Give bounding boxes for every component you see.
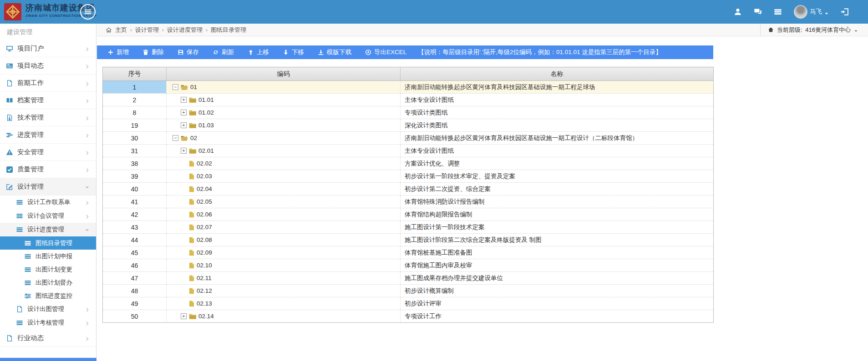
table-row[interactable]: 4802.12初步设计概算编制 (103, 285, 714, 297)
expand-node-icon[interactable]: + (181, 148, 187, 154)
table-row[interactable]: 4002.04初步设计第二次提资、综合定案 (103, 183, 714, 196)
sidebar-item-drawing-progress-monitor[interactable]: 图纸进度监控 (0, 289, 96, 302)
tasks-list-icon[interactable] (774, 8, 782, 16)
template-download-button[interactable]: 模版下载 (311, 45, 358, 59)
building-icon (768, 27, 774, 33)
toolbar-button-label: 刷新 (222, 48, 234, 56)
table-row[interactable]: 3802.02方案设计优化、调整 (103, 157, 714, 170)
table-row[interactable]: 4602.10体育馆施工图内审及校审 (103, 259, 714, 272)
toolbar-button-label: 删除 (152, 48, 164, 56)
file-icon (189, 275, 194, 281)
move-up-button[interactable]: 上移 (241, 45, 276, 59)
sidebar-item-design-meeting[interactable]: 设计会议管理 (0, 209, 96, 223)
breadcrumb-item[interactable]: 设计管理 (135, 26, 159, 34)
sidebar-item-plan-declare[interactable]: 出图计划申报 (0, 250, 96, 263)
sidebar-item-design[interactable]: 设计管理 (0, 178, 96, 196)
table-row[interactable]: 4102.05体育馆特殊消防设计报告编制 (103, 196, 714, 208)
arrow-down-icon (283, 49, 289, 55)
messages-icon[interactable] (754, 8, 762, 16)
breadcrumb-item[interactable]: 主页 (115, 26, 127, 34)
sidebar-item-quality[interactable]: 质量管理 (0, 161, 96, 178)
table-row[interactable]: 3902.03初步设计第一阶段技术审定、提资及定案 (103, 170, 714, 183)
table-row[interactable]: 4402.08施工图设计阶段第二次综合定案及终版提资及 制图 (103, 234, 714, 246)
sidebar-item-industry-news[interactable]: 行业动态 (0, 330, 96, 347)
current-level-label: 当前层级: (777, 26, 802, 34)
sidebar-item-archives[interactable]: 档案管理 (0, 92, 96, 109)
row-seq: 2 (103, 94, 167, 106)
sidebar-item-design-progress[interactable]: 设计进度管理 (0, 223, 96, 236)
chevron-right-icon (85, 46, 90, 51)
collapse-node-icon[interactable]: − (173, 135, 178, 141)
sidebar-item-schedule[interactable]: 进度管理 (0, 126, 96, 144)
expand-node-icon[interactable]: + (181, 97, 187, 103)
sidebar-item-project-portal[interactable]: 项目门户 (0, 40, 96, 57)
row-name: 深化设计类图纸 (401, 119, 714, 132)
sidebar-item-label: 档案管理 (17, 96, 44, 105)
table-row[interactable]: 2+01.01主体专业设计图纸 (103, 94, 714, 106)
table-row[interactable]: 8+01.02专项设计类图纸 (103, 106, 714, 119)
row-name: 济南新旧动能转换起步区黄河体育及科技园区基础设施一期工程足球场 (401, 81, 714, 94)
folder-icon (189, 313, 196, 320)
sidebar-item-design-assessment[interactable]: 设计考核管理 (0, 316, 96, 330)
sidebar-item-label: 质量管理 (17, 165, 44, 174)
sidebar-item-plan-change[interactable]: 出图计划变更 (0, 263, 96, 276)
expand-node-icon[interactable]: + (181, 313, 187, 319)
table-row[interactable]: 4302.07施工图设计第一阶段技术定案 (103, 221, 714, 234)
sidebar-item-safety[interactable]: 安全管理 (0, 144, 96, 161)
logout-icon[interactable] (841, 8, 849, 16)
sidebar-item-plan-supervise[interactable]: 出图计划督办 (0, 276, 96, 289)
sidebar-item-design-contact-sheet[interactable]: 设计工作联系单 (0, 196, 96, 209)
sidebar-toggle-button[interactable] (80, 4, 96, 20)
sidebar-item-label: 技术管理 (17, 113, 44, 122)
folder-open-icon (181, 84, 188, 90)
sidebar-item-label: 安全管理 (17, 148, 44, 156)
table-row[interactable]: 30−02济南新旧动能转换起步区黄河体育及科技园区基础设施一期工程设计（二标段体… (103, 132, 714, 145)
bars-icon (6, 131, 13, 139)
table-row[interactable]: 4502.09体育馆桩基施工图准备图 (103, 246, 714, 259)
current-level-value: 416黄河体育中心 (805, 26, 851, 34)
toolbar-button-label: 下移 (292, 48, 304, 56)
table-row[interactable]: 4902.13初步设计评审 (103, 297, 714, 310)
sidebar-item-label: 前期工作 (17, 79, 44, 87)
add-button[interactable]: 新增 (101, 45, 136, 59)
row-code: 01.02 (198, 109, 214, 116)
row-code-cell: 02.13 (167, 297, 401, 310)
sidebar-item-preliminary-work[interactable]: 前期工作 (0, 75, 96, 92)
sidebar-item-design-output[interactable]: 设计出图管理 (0, 302, 96, 316)
row-code-cell: +01.01 (167, 94, 401, 106)
user-menu[interactable]: 马飞 (794, 5, 829, 19)
monitor-icon (6, 45, 13, 52)
table-row[interactable]: 19+01.03深化设计类图纸 (103, 119, 714, 132)
toolbar-note: 【说明：每层级目录用'.'隔开,每级2位编码，例如：01.01.01 这是指第三… (418, 48, 661, 56)
expand-node-icon[interactable]: + (181, 110, 187, 115)
delete-button[interactable]: 删除 (136, 45, 171, 59)
breadcrumb-item[interactable]: 设计进度管理 (167, 26, 203, 34)
table-row[interactable]: 31+02.01主体专业设计图纸 (103, 145, 714, 157)
row-code-cell: 02.11 (167, 272, 401, 285)
book-icon (6, 97, 13, 104)
table-row[interactable]: 4702.11施工图成果存档办理并提交建设单位 (103, 272, 714, 285)
row-code: 02.09 (197, 249, 212, 256)
collapse-node-icon[interactable]: − (173, 84, 178, 90)
main-content: 主页›设计管理›设计进度管理›图纸目录管理 当前层级: 416黄河体育中心 新增… (97, 24, 868, 361)
table-row[interactable]: 4202.06体育馆结构超限报告编制 (103, 208, 714, 221)
row-seq: 44 (103, 234, 167, 246)
row-name: 施工图成果存档办理并提交建设单位 (401, 272, 714, 285)
row-name: 体育馆施工图内审及校审 (401, 259, 714, 272)
current-level-dropdown[interactable]: 当前层级: 416黄河体育中心 (760, 24, 868, 36)
table-row[interactable]: 1−01济南新旧动能转换起步区黄河体育及科技园区基础设施一期工程足球场 (103, 81, 714, 94)
export-excel-button[interactable]: 导出EXCEL (358, 45, 413, 59)
row-code: 02.04 (197, 186, 212, 192)
breadcrumb-item[interactable]: 图纸目录管理 (211, 26, 246, 34)
sidebar-item-project-news[interactable]: 项目动态 (0, 57, 96, 75)
row-seq: 49 (103, 297, 167, 310)
move-down-button[interactable]: 下移 (276, 45, 311, 59)
sidebar-item-technology[interactable]: 技术管理 (0, 109, 96, 126)
user-icon[interactable] (734, 8, 742, 16)
row-seq: 30 (103, 132, 167, 145)
save-button[interactable]: 保存 (171, 45, 206, 59)
expand-node-icon[interactable]: + (181, 122, 187, 128)
sidebar-item-drawing-catalog[interactable]: 图纸目录管理 (0, 236, 96, 250)
refresh-button[interactable]: 刷新 (206, 45, 241, 59)
table-row[interactable]: 50+02.14专项设计工作 (103, 310, 714, 323)
